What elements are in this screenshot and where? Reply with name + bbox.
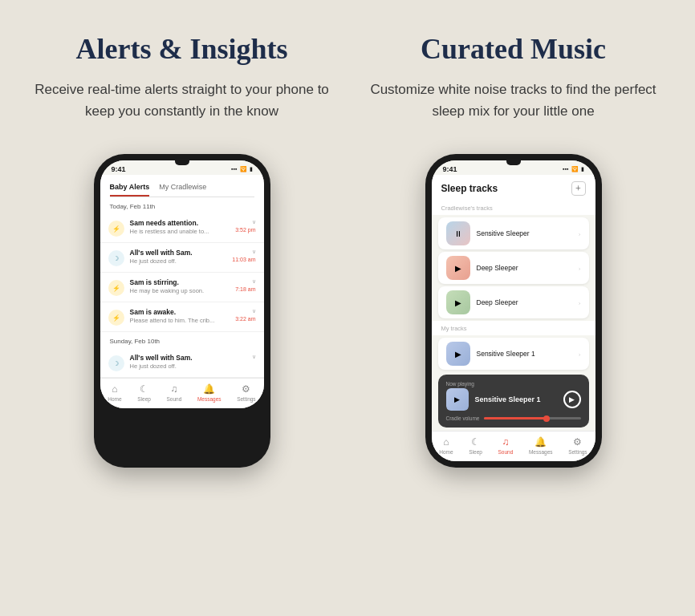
nav-messages-left[interactable]: 🔔 Messages bbox=[197, 383, 222, 402]
nav-home-right[interactable]: ⌂ Home bbox=[439, 436, 453, 455]
alert-time-4: 3:22 am bbox=[235, 316, 255, 322]
nav-sleep-left[interactable]: ☾ Sleep bbox=[137, 383, 151, 402]
music-screen: 9:41 ▪▪▪ 🛜 ▮ Sleep tracks + Cradlewise's… bbox=[432, 160, 595, 461]
chevron-down-icon-1: ∨ bbox=[252, 219, 256, 225]
home-icon: ⌂ bbox=[112, 383, 117, 395]
status-time-right: 9:41 bbox=[443, 165, 457, 173]
battery-icon-right: ▮ bbox=[581, 166, 584, 172]
status-icons-right: ▪▪▪ 🛜 ▮ bbox=[563, 166, 583, 172]
nav-sound-right[interactable]: ♫ Sound bbox=[498, 436, 513, 455]
alert-title-3: Sam is stirring. bbox=[130, 278, 230, 286]
status-icons-left: ▪▪▪ 🛜 ▮ bbox=[231, 166, 252, 172]
nav-messages-right[interactable]: 🔔 Messages bbox=[529, 436, 553, 455]
chevron-down-icon-5: ∨ bbox=[252, 354, 256, 360]
track-item-4[interactable]: ▶ Sensitive Sleeper 1 › bbox=[438, 338, 589, 370]
track-art-4: ▶ bbox=[446, 342, 470, 366]
status-time-left: 9:41 bbox=[112, 165, 126, 173]
alert-time-3: 7:18 am bbox=[235, 286, 255, 292]
left-feature-block: Alerts & Insights Receive real-time aler… bbox=[22, 32, 340, 141]
now-playing-art: ▶ bbox=[446, 388, 469, 411]
volume-knob bbox=[543, 415, 550, 422]
track-item-2[interactable]: ▶ Deep Sleeper › bbox=[438, 252, 589, 284]
nav-label-home-right: Home bbox=[439, 449, 453, 455]
nav-settings-left[interactable]: ⚙ Settings bbox=[237, 383, 256, 402]
nav-home-left[interactable]: ⌂ Home bbox=[108, 383, 121, 402]
track-item-1[interactable]: ⏸ Sensitive Sleeper › bbox=[438, 217, 589, 249]
tab-my-cradlewise[interactable]: My Cradlewise bbox=[159, 180, 206, 197]
track-chevron-1: › bbox=[579, 230, 581, 237]
alert-title-1: Sam needs attention. bbox=[130, 219, 230, 227]
date-label-2: Sunday, Feb 10th bbox=[100, 332, 264, 348]
alert-title-2: All's well with Sam. bbox=[130, 249, 227, 257]
add-track-button[interactable]: + bbox=[571, 181, 586, 196]
track-item-3[interactable]: ▶ Deep Sleeper › bbox=[438, 286, 589, 318]
alert-right-4: ∨ 3:22 am bbox=[235, 308, 255, 322]
volume-slider[interactable] bbox=[484, 417, 580, 419]
volume-label: Cradle volume bbox=[446, 415, 480, 421]
sleep-icon: ☾ bbox=[140, 383, 148, 395]
alert-sub-4: Please attend to him. The crib... bbox=[130, 317, 230, 324]
bottom-nav-left: ⌂ Home ☾ Sleep ♫ Sound 🔔 Messages bbox=[100, 378, 264, 408]
nav-label-sleep-right: Sleep bbox=[469, 449, 482, 455]
right-title: Curated Music bbox=[421, 32, 606, 66]
alert-icon-moon-2: ☽ bbox=[108, 250, 124, 266]
alert-item-3: ⚡ Sam is stirring. He may be waking up s… bbox=[100, 273, 264, 302]
alert-item-2: ☽ All's well with Sam. He just dozed off… bbox=[100, 243, 264, 273]
alert-right-1: ∨ 3:52 pm bbox=[235, 219, 255, 233]
nav-label-home: Home bbox=[108, 396, 121, 402]
track-art-3: ▶ bbox=[446, 290, 470, 314]
volume-row: Cradle volume bbox=[446, 415, 581, 421]
alert-sub-3: He may be waking up soon. bbox=[130, 287, 230, 294]
alerts-phone: 9:41 ▪▪▪ 🛜 ▮ Baby Alerts My Cradlewise T bbox=[94, 154, 270, 468]
bottom-nav-right: ⌂ Home ☾ Sleep ♫ Sound 🔔 Messages bbox=[432, 431, 595, 461]
chevron-down-icon-2: ∨ bbox=[252, 249, 256, 255]
nav-label-sound: Sound bbox=[166, 396, 181, 402]
wifi-icon: 🛜 bbox=[240, 166, 247, 172]
nav-label-sleep: Sleep bbox=[137, 396, 151, 402]
nav-label-messages: Messages bbox=[197, 396, 222, 402]
alert-title-4: Sam is awake. bbox=[130, 308, 230, 316]
alert-content-4: Sam is awake. Please attend to him. The … bbox=[130, 308, 230, 324]
track-chevron-2: › bbox=[579, 265, 581, 272]
alert-sub-2: He just dozed off. bbox=[130, 257, 227, 265]
track-chevron-4: › bbox=[579, 351, 581, 358]
music-phone: 9:41 ▪▪▪ 🛜 ▮ Sleep tracks + Cradlewise's… bbox=[425, 154, 602, 468]
alert-item-1: ⚡ Sam needs attention. He is restless an… bbox=[100, 213, 264, 243]
alert-sub-1: He is restless and unable to... bbox=[130, 228, 230, 235]
alert-item-5: ☽ All's well with Sam. He just dozed off… bbox=[100, 348, 264, 378]
play-button[interactable]: ▶ bbox=[563, 391, 581, 408]
settings-icon: ⚙ bbox=[242, 383, 250, 395]
alert-icon-bolt-4: ⚡ bbox=[108, 310, 124, 326]
tab-baby-alerts[interactable]: Baby Alerts bbox=[110, 180, 150, 197]
music-header: Sleep tracks + bbox=[432, 175, 595, 201]
messages-icon: 🔔 bbox=[203, 383, 215, 395]
nav-label-settings: Settings bbox=[237, 396, 256, 402]
alert-content-1: Sam needs attention. He is restless and … bbox=[130, 219, 230, 235]
right-feature-block: Curated Music Customize white noise trac… bbox=[354, 32, 672, 141]
left-desc: Receive real-time alerts straight to you… bbox=[22, 79, 340, 122]
alert-content-5: All's well with Sam. He just dozed off. bbox=[130, 354, 246, 370]
nav-sound-left[interactable]: ♫ Sound bbox=[166, 383, 181, 402]
music-screen-title: Sleep tracks bbox=[441, 183, 498, 194]
nav-label-settings-right: Settings bbox=[568, 449, 587, 455]
alert-time-2: 11:03 am bbox=[232, 257, 255, 262]
alert-title-5: All's well with Sam. bbox=[130, 354, 246, 362]
alert-icon-moon-5: ☽ bbox=[108, 355, 124, 371]
nav-settings-right[interactable]: ⚙ Settings bbox=[568, 436, 587, 455]
alert-icon-bolt-3: ⚡ bbox=[108, 280, 124, 296]
section-my-tracks: My tracks bbox=[432, 321, 595, 335]
signal-icon: ▪▪▪ bbox=[231, 166, 237, 172]
section-cradlewise: Cradlewise's tracks bbox=[432, 201, 595, 215]
phone-notch bbox=[175, 160, 189, 165]
now-playing-row: ▶ Sensitive Sleeper 1 ▶ bbox=[446, 388, 581, 411]
alert-content-3: Sam is stirring. He may be waking up soo… bbox=[130, 278, 230, 294]
nav-label-sound-right: Sound bbox=[498, 449, 513, 455]
alert-right-3: ∨ 7:18 am bbox=[235, 278, 255, 292]
track-art-2: ▶ bbox=[446, 256, 470, 280]
alert-right-2: ∨ 11:03 am bbox=[232, 249, 255, 262]
track-name-1: Sensitive Sleeper bbox=[477, 229, 572, 237]
nav-sleep-right[interactable]: ☾ Sleep bbox=[469, 436, 482, 455]
right-desc: Customize white noise tracks to find the… bbox=[354, 79, 672, 122]
left-title: Alerts & Insights bbox=[75, 32, 287, 66]
track-name-3: Deep Sleeper bbox=[477, 298, 572, 306]
